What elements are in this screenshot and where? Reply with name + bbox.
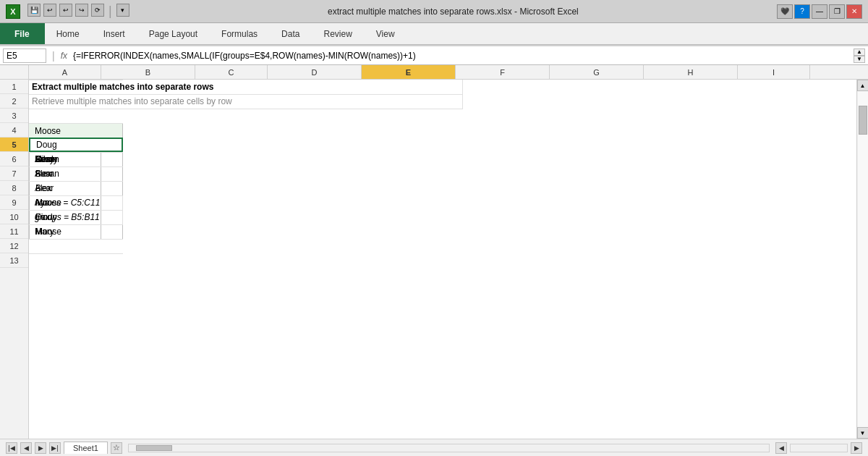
cell-h11[interactable] xyxy=(29,224,123,225)
col-header-i[interactable]: I xyxy=(738,65,810,79)
undo2-button[interactable]: ↩ xyxy=(59,4,72,17)
window-title: extract multiple matches into separate r… xyxy=(134,7,773,17)
cell-g6-mary[interactable]: Mary xyxy=(29,152,123,167)
cell-f7-alex[interactable]: Alex xyxy=(29,166,123,182)
cell-h1[interactable] xyxy=(29,80,123,80)
cell-h13[interactable] xyxy=(29,253,123,254)
col-header-c[interactable]: C xyxy=(195,65,268,79)
cell-h9[interactable] xyxy=(29,195,123,196)
vertical-scrollbar[interactable]: ▲ ▼ xyxy=(856,80,868,439)
minimize-button[interactable]: — xyxy=(812,4,827,19)
grid-body: 1 2 3 4 5 6 7 8 9 10 11 12 13 xyxy=(0,80,868,439)
cell-reference-box[interactable] xyxy=(3,48,46,63)
row-num-7[interactable]: 7 xyxy=(0,166,28,181)
row-num-1[interactable]: 1 xyxy=(0,80,28,94)
excel-icon: X xyxy=(6,4,20,19)
cell-c11-mary[interactable]: Mary xyxy=(29,224,101,240)
row-num-12[interactable]: 12 xyxy=(0,239,28,253)
row-num-3[interactable]: 3 xyxy=(0,109,28,123)
cell-e9-note1[interactable]: names = C5:C11 xyxy=(29,195,123,211)
redo-button[interactable]: ↪ xyxy=(75,4,88,17)
row-num-9[interactable]: 9 xyxy=(0,195,28,210)
scroll-down-arrow[interactable]: ▼ xyxy=(857,427,869,439)
cell-g4-moose[interactable]: Moose xyxy=(29,123,123,139)
tab-home[interactable]: Home xyxy=(45,23,92,44)
scroll-thumb-h[interactable] xyxy=(136,445,172,451)
scroll-left-button[interactable]: ◀ xyxy=(775,442,787,454)
row-11: Moose Mary xyxy=(29,224,856,239)
row-num-8[interactable]: 8 xyxy=(0,181,28,195)
close-button[interactable]: ✕ xyxy=(846,4,862,19)
tab-formulas[interactable]: Formulas xyxy=(210,23,270,44)
scroll-track-v[interactable] xyxy=(858,91,868,427)
col-header-d[interactable]: D xyxy=(268,65,362,79)
sheet-tab-1[interactable]: Sheet1 xyxy=(64,442,108,454)
col-header-g[interactable]: G xyxy=(550,65,644,79)
tab-review[interactable]: Review xyxy=(312,23,364,44)
cell-h2[interactable] xyxy=(29,94,123,95)
scroll-right-button[interactable]: ▶ xyxy=(851,442,862,454)
cell-h6[interactable] xyxy=(29,152,123,153)
last-sheet-button[interactable]: ▶| xyxy=(49,442,61,454)
formula-up-arrow[interactable]: ▲ xyxy=(854,48,865,56)
first-sheet-button[interactable]: |◀ xyxy=(6,442,17,454)
horizontal-scrollbar[interactable] xyxy=(128,444,770,452)
row-num-2[interactable]: 2 xyxy=(0,94,28,109)
tab-insert[interactable]: Insert xyxy=(92,23,137,44)
cell-h8[interactable] xyxy=(29,181,123,182)
row-13 xyxy=(29,253,856,268)
row-num-5[interactable]: 5 xyxy=(0,138,28,152)
col-header-b[interactable]: B xyxy=(101,65,195,79)
row-num-4[interactable]: 4 xyxy=(0,123,28,138)
cell-h12[interactable] xyxy=(29,239,123,240)
cell-b2[interactable]: Retrieve multiple matches into separate … xyxy=(29,94,463,109)
customize-button[interactable]: ▾ xyxy=(116,4,129,17)
spreadsheet-area: A B C D E F G H I 1 2 3 4 5 6 xyxy=(0,65,868,439)
column-headers: A B C D E F G H I xyxy=(0,65,868,80)
cell-h7[interactable] xyxy=(29,166,123,167)
row-num-6[interactable]: 6 xyxy=(0,152,28,166)
formula-scroll[interactable]: ▲ ▼ xyxy=(854,48,865,63)
cell-b1[interactable]: Extract multiple matches into separate r… xyxy=(29,80,463,95)
scroll-thumb-v[interactable] xyxy=(859,106,867,135)
row-5: Fox Doug Doug Adam Aya xyxy=(29,138,856,152)
cell-e10-note2[interactable]: groups = B5:B11 xyxy=(29,210,123,225)
restore-button[interactable]: ❐ xyxy=(829,4,845,19)
formula-sep: | xyxy=(49,50,58,62)
col-header-e[interactable]: E xyxy=(362,65,456,79)
row-num-13[interactable]: 13 xyxy=(0,253,28,268)
ribbon: File Home Insert Page Layout Formulas Da… xyxy=(0,23,868,46)
row-9: Moose Aya names = C5:C11 xyxy=(29,195,856,210)
row-2: Retrieve multiple matches into separate … xyxy=(29,94,856,109)
tab-view[interactable]: View xyxy=(365,23,407,44)
row-num-11[interactable]: 11 xyxy=(0,224,28,239)
col-header-a[interactable]: A xyxy=(29,65,101,79)
next-sheet-button[interactable]: ▶ xyxy=(35,442,46,454)
cell-h3[interactable] xyxy=(29,109,123,109)
undo-button[interactable]: ↩ xyxy=(43,4,56,17)
quick-access-toolbar[interactable]: 💾 ↩ ↩ ↪ ⟳ | ▾ xyxy=(27,4,129,19)
col-header-h[interactable]: H xyxy=(644,65,738,79)
tab-data[interactable]: Data xyxy=(270,23,312,44)
info-button[interactable]: ? xyxy=(794,4,810,19)
refresh-button[interactable]: ⟳ xyxy=(91,4,104,17)
window-controls[interactable]: 🖤 ? — ❐ ✕ xyxy=(777,4,862,19)
save-button[interactable]: 💾 xyxy=(27,4,41,17)
cell-e5-selected[interactable]: Doug xyxy=(29,138,123,152)
tab-file[interactable]: File xyxy=(0,23,45,44)
formula-bar: | fx {=IFERROR(INDEX(names,SMALL(IF(grou… xyxy=(0,46,868,65)
tab-page-layout[interactable]: Page Layout xyxy=(137,23,210,44)
row-num-10[interactable]: 10 xyxy=(0,210,28,224)
row-3 xyxy=(29,109,856,123)
cell-c8-alex[interactable]: Alex xyxy=(29,181,101,196)
col-header-f[interactable]: F xyxy=(456,65,550,79)
add-sheet-button[interactable]: ☆ xyxy=(111,442,122,454)
scroll-up-arrow[interactable]: ▲ xyxy=(857,80,869,91)
prev-sheet-button[interactable]: ◀ xyxy=(20,442,32,454)
formula-content: {=IFERROR(INDEX(names,SMALL(IF(groups=E$… xyxy=(70,49,851,62)
cell-h4[interactable] xyxy=(29,123,123,124)
help-button[interactable]: 🖤 xyxy=(777,4,793,19)
formula-down-arrow[interactable]: ▼ xyxy=(854,56,865,63)
row-8: Bear Alex xyxy=(29,181,856,195)
cell-h10[interactable] xyxy=(29,210,123,211)
